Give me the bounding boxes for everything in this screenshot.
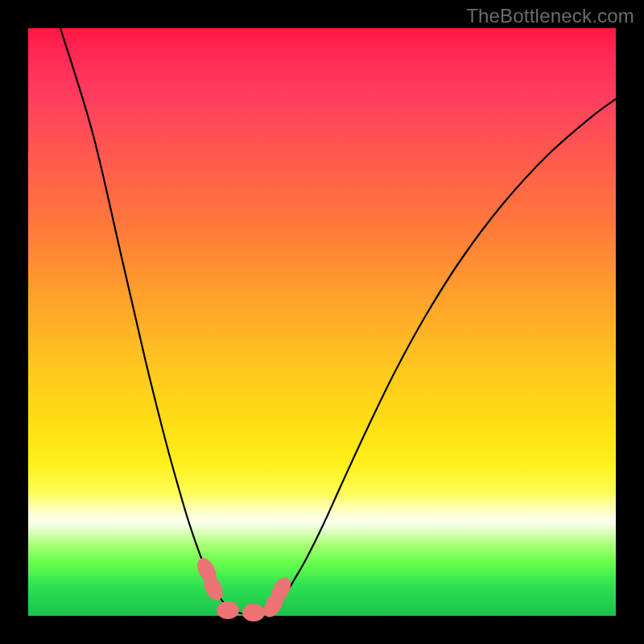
plot-area — [28, 28, 616, 616]
curve-svg — [28, 28, 616, 616]
odd-marker — [217, 601, 239, 619]
odd-markers — [193, 555, 295, 621]
odd-marker — [242, 604, 265, 621]
bottleneck-curve — [60, 28, 616, 614]
chart-frame: TheBottleneck.com — [0, 0, 644, 644]
attribution-text: TheBottleneck.com — [466, 5, 634, 27]
